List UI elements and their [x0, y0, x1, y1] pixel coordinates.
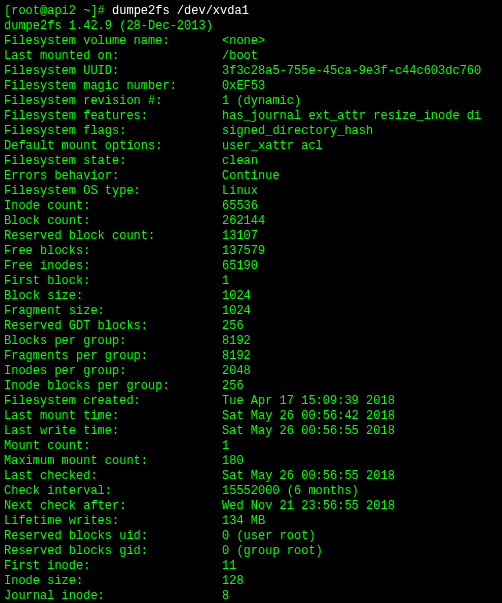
row-label: Block size:	[4, 289, 222, 304]
row-label: Filesystem UUID:	[4, 64, 222, 79]
output-row: Inode count:65536	[4, 199, 498, 214]
row-value: has_journal ext_attr resize_inode di	[222, 109, 481, 124]
row-value: 180	[222, 454, 244, 469]
output-row: Inodes per group:2048	[4, 364, 498, 379]
row-value: Tue Apr 17 15:09:39 2018	[222, 394, 395, 409]
row-label: Journal inode:	[4, 589, 222, 603]
row-value: Sat May 26 00:56:55 2018	[222, 424, 395, 439]
output-row: First inode:11	[4, 559, 498, 574]
row-value: 1	[222, 274, 229, 289]
row-label: Maximum mount count:	[4, 454, 222, 469]
output-row: Reserved block count:13107	[4, 229, 498, 244]
row-label: Fragment size:	[4, 304, 222, 319]
output-row: Check interval:15552000 (6 months)	[4, 484, 498, 499]
row-value: signed_directory_hash	[222, 124, 373, 139]
row-value: 65536	[222, 199, 258, 214]
row-label: Inode size:	[4, 574, 222, 589]
output-row: Errors behavior:Continue	[4, 169, 498, 184]
row-label: Reserved block count:	[4, 229, 222, 244]
row-label: Filesystem magic number:	[4, 79, 222, 94]
output-row: Last mount time:Sat May 26 00:56:42 2018	[4, 409, 498, 424]
row-label: Check interval:	[4, 484, 222, 499]
output-row: Filesystem volume name:<none>	[4, 34, 498, 49]
output-row: Filesystem created:Tue Apr 17 15:09:39 2…	[4, 394, 498, 409]
row-label: Inodes per group:	[4, 364, 222, 379]
row-label: Reserved GDT blocks:	[4, 319, 222, 334]
output-row: Last mounted on:/boot	[4, 49, 498, 64]
output-row: Lifetime writes:134 MB	[4, 514, 498, 529]
row-label: Inode count:	[4, 199, 222, 214]
row-value: 137579	[222, 244, 265, 259]
row-label: Default mount options:	[4, 139, 222, 154]
row-label: Reserved blocks gid:	[4, 544, 222, 559]
terminal-prompt-line: [root@api2 ~]# dumpe2fs /dev/xvda1	[4, 4, 498, 19]
output-row: Blocks per group:8192	[4, 334, 498, 349]
row-value: 1	[222, 439, 229, 454]
row-value: 134 MB	[222, 514, 265, 529]
output-row: Journal inode:8	[4, 589, 498, 603]
row-value: Wed Nov 21 23:56:55 2018	[222, 499, 395, 514]
output-row: Last write time:Sat May 26 00:56:55 2018	[4, 424, 498, 439]
output-row: Inode blocks per group:256	[4, 379, 498, 394]
output-row: Free blocks:137579	[4, 244, 498, 259]
row-value: 8	[222, 589, 229, 603]
row-label: Blocks per group:	[4, 334, 222, 349]
output-row: Filesystem UUID:3f3c28a5-755e-45ca-9e3f-…	[4, 64, 498, 79]
row-label: Next check after:	[4, 499, 222, 514]
row-label: Filesystem OS type:	[4, 184, 222, 199]
output-row: Free inodes:65190	[4, 259, 498, 274]
output-row: Next check after:Wed Nov 21 23:56:55 201…	[4, 499, 498, 514]
row-value: 256	[222, 379, 244, 394]
output-row: Filesystem revision #:1 (dynamic)	[4, 94, 498, 109]
row-value: Linux	[222, 184, 258, 199]
row-label: Filesystem features:	[4, 109, 222, 124]
row-value: 128	[222, 574, 244, 589]
row-value: 256	[222, 319, 244, 334]
row-value: 0xEF53	[222, 79, 265, 94]
row-label: Filesystem volume name:	[4, 34, 222, 49]
row-value: 0 (group root)	[222, 544, 323, 559]
output-row: Inode size:128	[4, 574, 498, 589]
row-label: Reserved blocks uid:	[4, 529, 222, 544]
row-value: user_xattr acl	[222, 139, 323, 154]
row-label: Last mount time:	[4, 409, 222, 424]
row-value: 2048	[222, 364, 251, 379]
row-value: 0 (user root)	[222, 529, 316, 544]
output-row: Fragment size:1024	[4, 304, 498, 319]
row-value: <none>	[222, 34, 265, 49]
user-host: root@api2	[11, 4, 76, 18]
row-label: Fragments per group:	[4, 349, 222, 364]
row-label: Filesystem revision #:	[4, 94, 222, 109]
row-value: /boot	[222, 49, 258, 64]
output-row: Last checked:Sat May 26 00:56:55 2018	[4, 469, 498, 484]
row-value: Sat May 26 00:56:42 2018	[222, 409, 395, 424]
row-value: 8192	[222, 349, 251, 364]
output-rows: Filesystem volume name:<none>Last mounte…	[4, 34, 498, 603]
command-text[interactable]: dumpe2fs /dev/xvda1	[112, 4, 249, 18]
output-row: Filesystem features:has_journal ext_attr…	[4, 109, 498, 124]
output-row: Default mount options:user_xattr acl	[4, 139, 498, 154]
row-label: Filesystem state:	[4, 154, 222, 169]
row-value: 15552000 (6 months)	[222, 484, 359, 499]
row-label: Free inodes:	[4, 259, 222, 274]
output-row: Filesystem magic number:0xEF53	[4, 79, 498, 94]
output-row: Reserved blocks gid:0 (group root)	[4, 544, 498, 559]
row-value: 3f3c28a5-755e-45ca-9e3f-c44c603dc760	[222, 64, 481, 79]
version-line: dumpe2fs 1.42.9 (28-Dec-2013)	[4, 19, 498, 34]
row-label: Errors behavior:	[4, 169, 222, 184]
row-label: Filesystem created:	[4, 394, 222, 409]
output-row: Mount count:1	[4, 439, 498, 454]
row-value: clean	[222, 154, 258, 169]
row-value: 1024	[222, 304, 251, 319]
row-label: Last write time:	[4, 424, 222, 439]
row-value: 1 (dynamic)	[222, 94, 301, 109]
row-label: Filesystem flags:	[4, 124, 222, 139]
row-label: Free blocks:	[4, 244, 222, 259]
row-value: Continue	[222, 169, 280, 184]
output-row: Block size:1024	[4, 289, 498, 304]
row-value: 262144	[222, 214, 265, 229]
row-value: 65190	[222, 259, 258, 274]
row-label: Block count:	[4, 214, 222, 229]
output-row: First block:1	[4, 274, 498, 289]
output-row: Filesystem flags:signed_directory_hash	[4, 124, 498, 139]
